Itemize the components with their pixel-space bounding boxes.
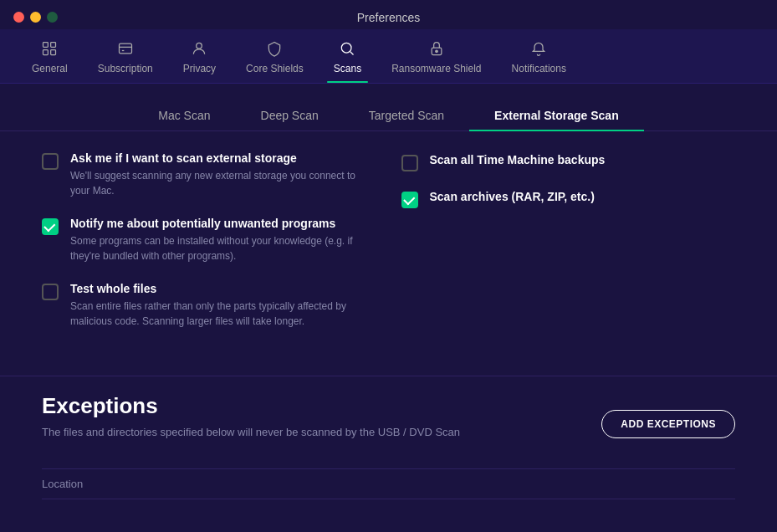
- svg-rect-1: [51, 43, 56, 48]
- exceptions-text: Exceptions The files and directories spe…: [42, 393, 460, 455]
- svg-rect-4: [119, 43, 131, 54]
- svg-rect-0: [43, 43, 49, 48]
- tab-mac-scan[interactable]: Mac Scan: [133, 100, 235, 130]
- add-exceptions-button[interactable]: ADD EXCEPTIONS: [601, 410, 735, 438]
- sidebar-item-subscription[interactable]: Subscription: [83, 29, 168, 83]
- core-shields-icon: [265, 39, 284, 58]
- general-icon: [40, 39, 59, 58]
- table-divider: [42, 499, 735, 499]
- sidebar-item-core-shields[interactable]: Core Shields: [231, 29, 319, 83]
- svg-rect-2: [43, 50, 49, 55]
- option-title-archives: Scan archives (RAR, ZIP, etc.): [430, 190, 736, 203]
- option-title-time-machine: Scan all Time Machine backups: [430, 153, 736, 166]
- sub-tabs: Mac Scan Deep Scan Targeted Scan Externa…: [0, 84, 777, 131]
- tab-external-storage-scan[interactable]: External Storage Scan: [469, 100, 644, 130]
- scans-label: Scans: [334, 63, 361, 74]
- core-shields-label: Core Shields: [246, 63, 304, 74]
- maximize-button[interactable]: [47, 12, 58, 23]
- option-text-ask-scan-external: Ask me if I want to scan external storag…: [70, 151, 376, 198]
- option-text-scan-time-machine: Scan all Time Machine backups: [430, 153, 736, 170]
- sidebar-item-scans[interactable]: Scans: [319, 29, 376, 83]
- checkbox-test-whole-files[interactable]: [42, 284, 59, 300]
- settings-area: Ask me if I want to scan external storag…: [0, 131, 777, 367]
- sidebar-item-general[interactable]: General: [17, 29, 83, 83]
- ransomware-icon: [427, 39, 446, 58]
- top-nav: General Subscription Privacy Core Shield…: [0, 29, 777, 84]
- col-right: Scan all Time Machine backups Scan archi…: [401, 151, 736, 347]
- checkbox-scan-time-machine[interactable]: [401, 155, 418, 171]
- option-title-notify: Notify me about potentially unwanted pro…: [70, 217, 376, 230]
- minimize-button[interactable]: [30, 12, 41, 23]
- window-title: Preferences: [357, 11, 420, 24]
- option-desc-notify: Some programs can be installed without y…: [70, 233, 376, 263]
- scans-icon: [338, 39, 356, 58]
- option-text-scan-archives: Scan archives (RAR, ZIP, etc.): [430, 190, 736, 207]
- option-desc-test: Scan entire files rather than only the p…: [70, 299, 376, 329]
- option-ask-scan-external: Ask me if I want to scan external storag…: [42, 151, 376, 198]
- exceptions-section: Exceptions The files and directories spe…: [0, 376, 777, 499]
- option-desc-ask: We'll suggest scanning any new external …: [70, 168, 376, 198]
- svg-point-11: [436, 50, 438, 53]
- titlebar: Preferences: [0, 0, 777, 29]
- col-left: Ask me if I want to scan external storag…: [42, 151, 376, 347]
- ransomware-label: Ransomware Shield: [391, 63, 481, 74]
- tab-targeted-scan[interactable]: Targeted Scan: [344, 100, 469, 130]
- option-text-notify-unwanted: Notify me about potentially unwanted pro…: [70, 217, 376, 263]
- sidebar-item-ransomware-shield[interactable]: Ransomware Shield: [376, 29, 496, 83]
- svg-point-8: [342, 43, 352, 53]
- options-two-col: Ask me if I want to scan external storag…: [42, 151, 735, 347]
- exceptions-title: Exceptions: [42, 393, 460, 419]
- option-scan-archives: Scan archives (RAR, ZIP, etc.): [401, 190, 736, 208]
- checkbox-notify-unwanted[interactable]: [42, 218, 59, 235]
- svg-point-7: [197, 43, 202, 49]
- option-title-test: Test whole files: [70, 282, 376, 295]
- sidebar-item-privacy[interactable]: Privacy: [168, 29, 231, 83]
- checkbox-scan-archives[interactable]: [401, 192, 418, 208]
- option-notify-unwanted: Notify me about potentially unwanted pro…: [42, 217, 376, 263]
- option-title-ask: Ask me if I want to scan external storag…: [70, 151, 376, 165]
- checkbox-ask-scan-external[interactable]: [42, 153, 59, 170]
- option-test-whole-files: Test whole files Scan entire files rathe…: [42, 282, 376, 329]
- general-label: General: [32, 63, 68, 74]
- privacy-label: Privacy: [183, 63, 216, 74]
- traffic-lights: [13, 12, 58, 23]
- exceptions-desc: The files and directories specified belo…: [42, 426, 460, 438]
- subscription-label: Subscription: [98, 63, 153, 74]
- notifications-label: Notifications: [512, 63, 566, 74]
- subscription-icon: [116, 39, 135, 58]
- privacy-icon: [190, 39, 208, 58]
- tab-deep-scan[interactable]: Deep Scan: [236, 100, 344, 130]
- exceptions-header: Exceptions The files and directories spe…: [42, 393, 735, 455]
- svg-line-9: [350, 52, 354, 55]
- notifications-icon: [529, 39, 548, 58]
- table-location-header: Location: [42, 468, 735, 499]
- svg-rect-3: [51, 50, 56, 55]
- option-scan-time-machine: Scan all Time Machine backups: [401, 153, 736, 171]
- sidebar-item-notifications[interactable]: Notifications: [497, 29, 581, 83]
- close-button[interactable]: [13, 12, 24, 23]
- option-text-test-whole-files: Test whole files Scan entire files rathe…: [70, 282, 376, 329]
